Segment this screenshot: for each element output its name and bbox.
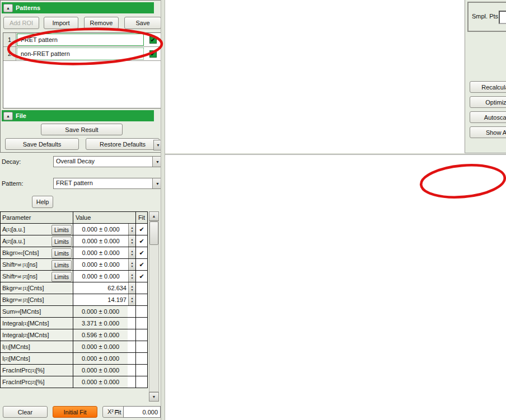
add-roi-button: Add ROI xyxy=(3,17,39,29)
parameter-value[interactable]: 14.197 xyxy=(73,294,128,305)
table-row: BkgrDec [Cnts]Limits0.000 ± 0.000▲▼✔ xyxy=(1,247,148,259)
optimize-button[interactable]: Optimize xyxy=(470,96,506,108)
fit-checkbox[interactable]: ✔ xyxy=(136,235,148,247)
save-result-button[interactable]: Save Result xyxy=(41,124,123,135)
patterns-file-panel: ▲ Patterns Add ROIImportRemoveSave 1FRET… xyxy=(0,0,165,153)
pattern-list-row[interactable]: 2non-FRET pattern✔ xyxy=(3,47,161,61)
value-strip xyxy=(128,306,135,317)
fit-checkbox[interactable]: ✔ xyxy=(136,259,148,271)
value-spinner-icon[interactable]: ▲▼ xyxy=(128,247,135,258)
value-spinner-icon[interactable]: ▲▼ xyxy=(128,235,135,247)
value-strip xyxy=(128,341,135,352)
pattern-select[interactable]: FRET pattern ▼ xyxy=(53,178,163,189)
table-scroll-up-icon[interactable]: ▲ xyxy=(149,211,159,221)
parameter-name: A[2] [a.u.]Limits xyxy=(1,235,73,247)
parameter-name: ShiftPat [1] [ns]Limits xyxy=(1,259,73,271)
limits-button[interactable]: Limits xyxy=(51,225,72,235)
save-button[interactable]: Save xyxy=(124,17,161,29)
parameter-name: BkgrDec [Cnts]Limits xyxy=(1,247,73,259)
value-spinner-icon[interactable]: ▲▼ xyxy=(128,224,135,235)
table-scroll-down-icon[interactable]: ▼ xyxy=(149,392,159,402)
fit-checkbox[interactable] xyxy=(136,318,148,329)
parameter-value: 0.000 ± 0.000 xyxy=(73,353,128,364)
sample-points-label: Smpl. Pts.: xyxy=(472,13,502,20)
parameter-value[interactable]: 0.000 ± 0.000 xyxy=(73,247,128,258)
collapse-file-icon[interactable]: ▲ xyxy=(3,112,13,120)
table-row: I[1] [MCnts]0.000 ± 0.000 xyxy=(1,341,148,353)
patterns-decay-chart[interactable] xyxy=(165,155,506,420)
parameter-value[interactable]: 0.000 ± 0.000 xyxy=(73,271,128,282)
recalculate-button[interactable]: Recalculate xyxy=(470,81,506,93)
remove-button[interactable]: Remove xyxy=(84,17,119,29)
pattern-name-field[interactable]: non-FRET pattern xyxy=(17,48,144,60)
pattern-enabled-checkbox[interactable]: ✔ xyxy=(149,36,157,44)
fit-checkbox[interactable] xyxy=(136,282,148,294)
table-row: ShiftPat [1] [ns]Limits0.000 ± 0.000▲▼✔ xyxy=(1,259,148,271)
table-row: SumInt [MCnts]0.000 ± 0.000 xyxy=(1,306,148,318)
fit-checkbox[interactable] xyxy=(136,353,148,365)
sample-points-box: Smpl. Pts.: xyxy=(467,2,506,32)
fit-checkbox[interactable]: ✔ xyxy=(136,271,148,282)
help-button[interactable]: Help xyxy=(32,196,53,208)
fit-checkbox[interactable] xyxy=(136,376,148,388)
table-row: BkgrPat [1] [Cnts]62.634▲▼ xyxy=(1,282,148,294)
pattern-row-index: 2 xyxy=(3,47,16,60)
fit-checkbox[interactable] xyxy=(136,306,148,318)
initial-fit-button[interactable]: Initial Fit xyxy=(53,406,97,418)
save-defaults-button[interactable]: Save Defaults xyxy=(5,138,79,150)
fit-checkbox[interactable] xyxy=(136,365,148,376)
table-scrollbar-thumb[interactable] xyxy=(149,221,158,245)
file-panel-title: File xyxy=(16,112,26,119)
parameter-value[interactable]: 0.000 ± 0.000 xyxy=(73,235,128,247)
parameter-value: 0.000 ± 0.000 xyxy=(73,341,128,352)
parameter-value[interactable]: 0.000 ± 0.000 xyxy=(73,224,128,235)
limits-button[interactable]: Limits xyxy=(51,237,72,247)
pattern-list-row[interactable]: 1FRET pattern✔ xyxy=(3,33,161,47)
decay-select-value: Overall Decay xyxy=(54,157,152,167)
value-spinner-icon[interactable]: ▲▼ xyxy=(128,259,135,270)
table-header-value: Value xyxy=(73,212,136,224)
value-spinner-icon[interactable]: ▲▼ xyxy=(128,282,135,294)
flim-map-plots[interactable] xyxy=(165,0,465,153)
table-row: FracIntPrc[2] [%]0.000 ± 0.000 xyxy=(1,376,148,388)
table-row: A[2] [a.u.]Limits0.000 ± 0.000▲▼✔ xyxy=(1,235,148,247)
limits-button[interactable]: Limits xyxy=(51,260,72,270)
parameter-value: 3.371 ± 0.000 xyxy=(73,318,128,329)
vertical-splitter[interactable] xyxy=(161,0,165,420)
fit-checkbox[interactable] xyxy=(136,329,148,341)
parameter-name: I[1] [MCnts] xyxy=(1,341,73,353)
table-row: I[2] [MCnts]0.000 ± 0.000 xyxy=(1,353,148,365)
parameter-value[interactable]: 62.634 xyxy=(73,282,128,294)
pattern-name-field[interactable]: FRET pattern xyxy=(17,34,144,46)
sample-points-input[interactable] xyxy=(499,11,506,24)
chi-squared-label: X² = xyxy=(107,408,119,415)
decay-select[interactable]: Overall Decay ▼ xyxy=(53,156,163,167)
fit-checkbox[interactable] xyxy=(136,341,148,353)
collapse-patterns-icon[interactable]: ▲ xyxy=(3,4,13,12)
value-strip xyxy=(128,365,135,376)
value-strip xyxy=(128,318,135,329)
autoscale-button[interactable]: Autoscale xyxy=(470,111,506,123)
parameter-name: Integral[2] [MCnts] xyxy=(1,329,73,341)
show-all-button[interactable]: Show All xyxy=(470,126,506,138)
fit-checkbox[interactable]: ✔ xyxy=(136,247,148,259)
import-button[interactable]: Import xyxy=(44,17,78,29)
fit-checkbox[interactable] xyxy=(136,294,148,306)
table-scrollbar[interactable] xyxy=(149,221,159,392)
limits-button[interactable]: Limits xyxy=(51,272,72,282)
parameter-name: A[1] [a.u.]Limits xyxy=(1,224,73,235)
restore-defaults-button[interactable]: Restore Defaults xyxy=(86,138,160,150)
value-spinner-icon[interactable]: ▲▼ xyxy=(128,271,135,282)
pattern-list: 1FRET pattern✔2non-FRET pattern✔ xyxy=(3,32,162,108)
parameter-name: ShiftPat [2] [ns]Limits xyxy=(1,271,73,282)
value-spinner-icon[interactable]: ▲▼ xyxy=(128,294,135,305)
clear-button[interactable]: Clear xyxy=(3,406,48,418)
table-row: A[1] [a.u.]Limits0.000 ± 0.000▲▼✔ xyxy=(1,224,148,235)
parameter-name: FracIntPrc[1] [%] xyxy=(1,365,73,376)
pattern-enabled-checkbox[interactable]: ✔ xyxy=(149,50,157,58)
chi-squared-value: 0.000 xyxy=(123,406,161,418)
pattern-select-value: FRET pattern xyxy=(54,178,152,188)
parameter-value[interactable]: 0.000 ± 0.000 xyxy=(73,259,128,270)
limits-button[interactable]: Limits xyxy=(51,248,72,258)
fit-checkbox[interactable]: ✔ xyxy=(136,224,148,235)
